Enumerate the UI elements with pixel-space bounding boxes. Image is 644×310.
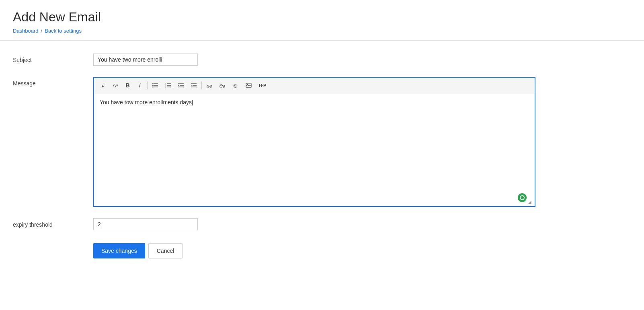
toolbar-bold-btn[interactable]: B (122, 80, 133, 91)
toolbar-ul-btn[interactable] (149, 80, 161, 91)
message-editor[interactable]: ↲ A ▾ B I 1.2.3. (93, 77, 535, 207)
editor-toolbar: ↲ A ▾ B I 1.2.3. (94, 78, 535, 93)
toolbar-undo-btn[interactable]: ↲ (97, 80, 109, 91)
buttons-field: Save changes Cancel (93, 242, 535, 258)
message-field: ↲ A ▾ B I 1.2.3. (93, 77, 535, 207)
toolbar-hp-btn[interactable]: H·P (256, 80, 269, 91)
svg-text:3.: 3. (165, 86, 166, 88)
toolbar-font-btn[interactable]: A ▾ (109, 80, 121, 91)
cancel-button[interactable]: Cancel (148, 243, 183, 258)
subject-input[interactable] (93, 54, 198, 66)
expiry-label: expiry threshold (13, 218, 93, 228)
page-title: Add New Email (13, 10, 631, 25)
toolbar-image-btn[interactable] (242, 80, 255, 91)
subject-field (93, 54, 535, 66)
buttons-spacer (13, 242, 93, 245)
editor-body[interactable]: You have tow more enrollments days (94, 93, 535, 206)
toolbar-emoji-btn[interactable]: ☺ (229, 80, 242, 91)
editor-wrapper: You have tow more enrollments days ◢ (94, 93, 535, 206)
breadcrumb: Dashboard / Back to settings (13, 28, 631, 34)
editor-content: You have tow more enrollments days (100, 99, 192, 105)
toolbar-indent-btn[interactable] (188, 80, 200, 91)
resize-handle[interactable]: ◢ (528, 200, 533, 205)
expiry-input[interactable] (93, 218, 198, 230)
svg-point-4 (152, 85, 154, 86)
toolbar-italic-btn[interactable]: I (134, 80, 146, 91)
editor-status-icon (518, 193, 527, 202)
svg-point-5 (152, 87, 154, 88)
svg-point-3 (152, 83, 154, 85)
button-row: Save changes Cancel (93, 243, 535, 258)
expiry-row: expiry threshold (13, 218, 631, 230)
toolbar-sep-2 (201, 81, 202, 89)
message-label: Message (13, 77, 93, 87)
expiry-field (93, 218, 535, 230)
svg-marker-19 (191, 85, 192, 86)
subject-row: Subject (13, 54, 631, 66)
save-button[interactable]: Save changes (93, 243, 145, 258)
breadcrumb-back[interactable]: Back to settings (45, 28, 82, 34)
subject-label: Subject (13, 54, 93, 63)
message-row: Message ↲ A ▾ B I 1.2.3. (13, 77, 631, 207)
svg-marker-15 (178, 85, 179, 86)
breadcrumb-separator: / (41, 28, 43, 34)
toolbar-ol-btn[interactable]: 1.2.3. (162, 80, 174, 91)
breadcrumb-dashboard[interactable]: Dashboard (13, 28, 39, 34)
main-content: Subject Message ↲ A ▾ B I 1.2. (0, 41, 644, 283)
page-header: Add New Email Dashboard / Back to settin… (0, 0, 644, 41)
buttons-row: Save changes Cancel (13, 242, 631, 258)
toolbar-link-btn[interactable] (203, 80, 215, 91)
toolbar-outdent-btn[interactable] (175, 80, 187, 91)
toolbar-sep-1 (147, 81, 148, 89)
cursor-caret (192, 100, 193, 105)
toolbar-unlink-btn[interactable] (216, 80, 228, 91)
